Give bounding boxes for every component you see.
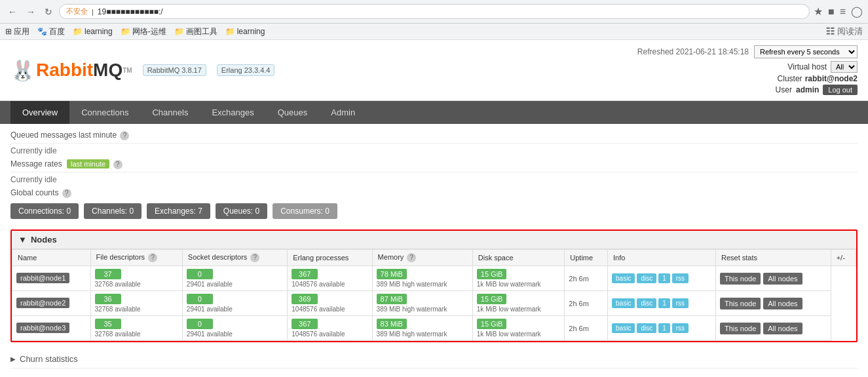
logout-button[interactable]: Log out [823, 85, 858, 95]
memory-value: 87 MiB [377, 294, 407, 304]
file-desc-value: 35 [95, 319, 121, 329]
nodes-collapse-icon[interactable]: ▼ [18, 235, 27, 245]
disk-avail: 1k MiB low watermark [477, 281, 561, 288]
badge-1[interactable]: 1 [658, 323, 670, 333]
refresh-select[interactable]: Refresh every 5 seconds Refresh every 10… [754, 45, 858, 58]
badge-rss[interactable]: rss [672, 298, 689, 308]
memory-avail: 389 MiB high watermark [377, 330, 468, 338]
tab-queues[interactable]: Queues [266, 101, 320, 124]
vhost-select[interactable]: All [831, 61, 858, 73]
this-node-button[interactable]: This node [720, 273, 761, 285]
memory-help[interactable]: ? [407, 253, 416, 262]
badge-1[interactable]: 1 [658, 273, 670, 283]
badge-rss[interactable]: rss [672, 273, 689, 283]
nodes-section: ▼ Nodes Name File descriptors ? Socket d… [10, 229, 858, 342]
all-nodes-button[interactable]: All nodes [763, 323, 802, 334]
tab-connections[interactable]: Connections [69, 101, 140, 124]
extensions-icon[interactable]: ■ [828, 6, 835, 18]
refresh-button[interactable]: ↻ [42, 5, 55, 18]
erlang-proc-cell: 367 1048576 available [288, 266, 372, 291]
node-name-badge: rabbit@node1 [16, 273, 69, 283]
reader-icon[interactable]: ☷ 阅读清 [826, 26, 863, 37]
message-rates-help-icon[interactable]: ? [113, 160, 123, 169]
tab-channels[interactable]: Channels [140, 101, 200, 124]
col-memory: Memory ? [372, 250, 472, 266]
badge-disc[interactable]: disc [637, 298, 656, 308]
bookmark-apps[interactable]: ⊞ 应用 [5, 26, 29, 37]
file-desc-help[interactable]: ? [148, 253, 157, 262]
bookmark-learning2[interactable]: 📁 learning [225, 27, 265, 36]
socket-desc-value: 0 [187, 294, 213, 304]
all-nodes-button[interactable]: All nodes [763, 298, 802, 309]
tab-admin[interactable]: Admin [319, 101, 367, 124]
message-rates-label: Message rates [10, 159, 62, 169]
info-cell: basic disc 1 rss [608, 266, 716, 291]
reset-stats-cell: This node All nodes [715, 266, 831, 291]
cluster-label: Cluster [778, 74, 802, 83]
uptime-cell: 2h 6m [565, 291, 608, 316]
forward-button[interactable]: → [24, 5, 38, 18]
uptime-value: 2h 6m [569, 300, 589, 308]
socket-desc-cell: 0 29401 available [182, 316, 287, 341]
idle-text-2: Currently idle [10, 175, 858, 184]
socket-desc-avail: 29401 available [187, 281, 283, 288]
bookmark-baidu[interactable]: 🐾 百度 [37, 26, 65, 37]
file-desc-cell: 35 32768 available [90, 316, 182, 341]
uptime-cell: 2h 6m [565, 316, 608, 341]
all-nodes-button[interactable]: All nodes [763, 273, 802, 285]
badge-rss[interactable]: rss [672, 323, 689, 333]
node-name-cell: rabbit@node1 [12, 266, 91, 291]
col-plus-minus[interactable]: +/- [831, 250, 856, 266]
bookmark-drawing[interactable]: 📁 画图工具 [174, 26, 217, 37]
this-node-button[interactable]: This node [720, 323, 761, 334]
menu-icon[interactable]: ≡ [840, 6, 846, 18]
bookmark-learning1[interactable]: 📁 learning [73, 27, 113, 36]
info-cell: basic disc 1 rss [608, 291, 716, 316]
tab-exchanges[interactable]: Exchanges [200, 101, 265, 124]
churn-header[interactable]: ▶ Churn statistics [10, 354, 858, 364]
nodes-header: ▼ Nodes [12, 231, 856, 249]
erlang-proc-value: 367 [292, 319, 318, 329]
col-disk: Disk space [472, 250, 565, 266]
bookmark-drawing-label: 画图工具 [186, 26, 217, 37]
col-info: Info [608, 250, 716, 266]
logo-rabbit-text: Rabbit [36, 60, 93, 81]
memory-value: 78 MiB [377, 269, 407, 279]
table-row: rabbit@node1 37 32768 available 0 29401 … [12, 266, 856, 291]
churn-expand-icon: ▶ [10, 355, 16, 363]
header-right: Refreshed 2021-06-21 18:45:18 Refresh ev… [637, 45, 858, 95]
count-exchanges: Exchanges: 7 [147, 203, 210, 219]
folder-icon-1: 📁 [73, 27, 83, 36]
disk-avail: 1k MiB low watermark [477, 306, 561, 313]
user-value: admin [796, 85, 819, 94]
node-name-badge: rabbit@node2 [16, 298, 69, 308]
badge-basic[interactable]: basic [612, 273, 635, 283]
bookmark-network-label: 网络-运维 [132, 26, 166, 37]
badge-disc[interactable]: disc [637, 323, 656, 333]
browser-actions: ★ ■ ≡ ◯ [814, 5, 863, 18]
col-uptime: Uptime [565, 250, 608, 266]
socket-desc-help[interactable]: ? [250, 253, 259, 262]
queued-messages-help-icon[interactable]: ? [120, 131, 129, 140]
memory-cell: 87 MiB 389 MiB high watermark [372, 291, 472, 316]
back-button[interactable]: ← [5, 5, 20, 18]
bookmark-network[interactable]: 📁 网络-运维 [121, 26, 166, 37]
file-desc-avail: 32768 available [95, 330, 178, 338]
app-container: 🐰 RabbitMQTM RabbitMQ 3.8.17 Erlang 23.3… [0, 40, 868, 375]
file-desc-cell: 36 32768 available [90, 291, 182, 316]
logo-rabbit-icon: 🐰 [10, 59, 35, 82]
badge-1[interactable]: 1 [658, 298, 670, 308]
badge-basic[interactable]: basic [612, 298, 635, 308]
vhost-line: Virtual host All [637, 61, 858, 73]
global-counts-help-icon[interactable]: ? [62, 189, 71, 198]
bookmark-baidu-label: 百度 [49, 26, 65, 37]
tab-overview[interactable]: Overview [10, 101, 69, 124]
bookmark-star-icon[interactable]: ★ [814, 5, 823, 18]
profile-icon[interactable]: ◯ [851, 5, 863, 18]
badge-disc[interactable]: disc [637, 273, 656, 283]
memory-value: 83 MiB [377, 319, 407, 329]
badge-basic[interactable]: basic [612, 323, 635, 333]
this-node-button[interactable]: This node [720, 298, 761, 309]
queued-messages-label: Queued messages last minute [10, 130, 117, 140]
reset-col: This node All nodes [720, 323, 827, 334]
